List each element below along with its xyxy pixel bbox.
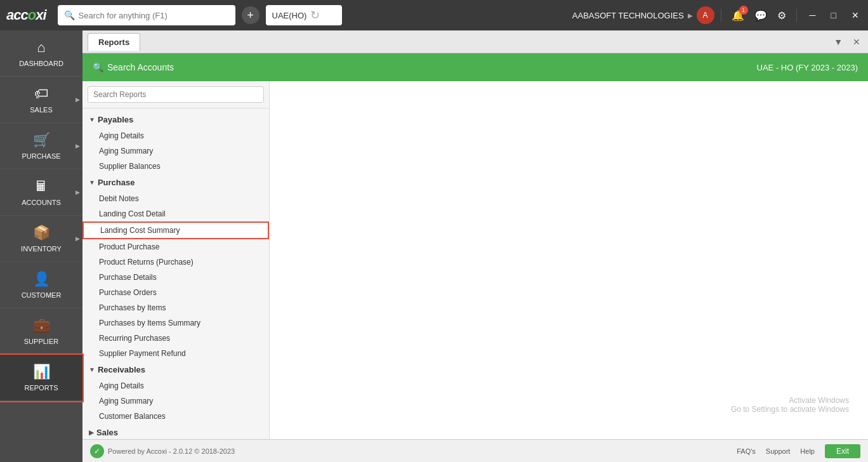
search-accounts-bar: 🔍 Search Accounts UAE - HO (FY 2023 - 20… xyxy=(82,53,868,81)
sidebar: ⌂ DASHBOARD 🏷 SALES ▶ 🛒 PURCHASE ▶ 🖩 ACC… xyxy=(0,30,82,462)
help-link[interactable]: Help xyxy=(800,447,815,455)
tree-item-customer-balances[interactable]: Customer Balances xyxy=(82,409,269,424)
notification-badge: 1 xyxy=(739,6,748,15)
maximize-button[interactable]: □ xyxy=(829,9,839,22)
report-tree-panel: ▼ PayablesAging DetailsAging SummarySupp… xyxy=(82,81,270,439)
divider xyxy=(721,9,721,22)
accounts-icon: 🖩 xyxy=(34,178,48,195)
minimize-button[interactable]: ─ xyxy=(807,9,819,22)
tab-dropdown-button[interactable]: ▼ xyxy=(831,36,845,48)
tree-category-sales[interactable]: ▶ Sales xyxy=(82,424,269,439)
sidebar-label-accounts: ACCOUNTS xyxy=(22,199,61,206)
footer-powered-by: Powered by Accoxi - 2.0.12 © 2018-2023 xyxy=(108,447,235,455)
tree-item-landing-cost-detail[interactable]: Landing Cost Detail xyxy=(82,206,269,221)
main-area: ⌂ DASHBOARD 🏷 SALES ▶ 🛒 PURCHASE ▶ 🖩 ACC… xyxy=(0,30,868,462)
tree-item-aging-details-rec[interactable]: Aging Details xyxy=(82,378,269,393)
supplier-icon: 💼 xyxy=(33,317,50,334)
tree-category-receivables[interactable]: ▼ Receivables xyxy=(82,361,269,378)
sidebar-label-purchase: PURCHASE xyxy=(22,152,60,160)
sidebar-item-supplier[interactable]: 💼 SUPPLIER xyxy=(0,308,82,355)
refresh-button[interactable]: ↻ xyxy=(310,8,320,22)
company-selector[interactable]: UAE(HO) ↻ xyxy=(266,5,342,25)
sidebar-item-customer[interactable]: 👤 CUSTOMER xyxy=(0,262,82,308)
sidebar-arrow-accounts-icon: ▶ xyxy=(76,189,80,195)
tab-reports[interactable]: Reports xyxy=(88,33,140,51)
company-arrow-icon: ▶ xyxy=(688,12,693,19)
tree-item-aging-summary-rec[interactable]: Aging Summary xyxy=(82,393,269,409)
search-accounts-icon: 🔍 xyxy=(93,62,103,72)
footer-right: FAQ's Support Help Exit xyxy=(737,444,860,458)
tree-category-purchase[interactable]: ▼ Purchase xyxy=(82,174,269,191)
sidebar-item-accounts[interactable]: 🖩 ACCOUNTS ▶ xyxy=(0,169,82,216)
tab-bar: Reports ▼ ✕ xyxy=(82,30,868,53)
tree-item-aging-summary-pay[interactable]: Aging Summary xyxy=(82,143,269,159)
inventory-icon: 📦 xyxy=(33,225,50,241)
sidebar-item-sales[interactable]: 🏷 SALES ▶ xyxy=(0,77,82,123)
dashboard-icon: ⌂ xyxy=(37,39,45,56)
sidebar-arrow-inventory-icon: ▶ xyxy=(76,235,80,242)
sidebar-label-supplier: SUPPLIER xyxy=(24,338,58,345)
sales-icon: 🏷 xyxy=(34,86,48,102)
sidebar-label-dashboard: DASHBOARD xyxy=(19,60,63,67)
report-search-input[interactable] xyxy=(88,86,264,103)
settings-icon[interactable]: ⚙ xyxy=(777,10,786,22)
tree-item-debit-notes[interactable]: Debit Notes xyxy=(82,191,269,206)
exit-button[interactable]: Exit xyxy=(825,444,860,458)
footer-logo: ✓ Powered by Accoxi - 2.0.12 © 2018-2023 xyxy=(90,444,235,458)
search-accounts-label[interactable]: 🔍 Search Accounts xyxy=(93,62,174,72)
app-logo: accoxi xyxy=(6,7,46,23)
sidebar-item-reports[interactable]: 📊 REPORTS xyxy=(0,355,82,401)
report-search-box[interactable] xyxy=(82,81,269,109)
faqs-link[interactable]: FAQ's xyxy=(737,447,756,455)
tree-item-aging-details-pay[interactable]: Aging Details xyxy=(82,128,269,143)
period-label: UAE - HO (FY 2023 - 2023) xyxy=(757,63,858,72)
divider2 xyxy=(796,9,797,22)
close-button[interactable]: ✕ xyxy=(849,9,862,22)
sidebar-item-dashboard[interactable]: ⌂ DASHBOARD xyxy=(0,30,82,77)
topbar-icons: 🔔 1 💬 ⚙ ─ □ ✕ xyxy=(721,9,862,22)
support-link[interactable]: Support xyxy=(766,447,791,455)
tree-item-product-returns-purchase[interactable]: Product Returns (Purchase) xyxy=(82,254,269,270)
tab-close-button[interactable]: ✕ xyxy=(850,36,863,48)
customer-icon: 👤 xyxy=(33,271,50,287)
add-button[interactable]: + xyxy=(242,6,260,24)
activate-windows: Activate Windows Go to Settings to activ… xyxy=(731,396,849,414)
chat-icon[interactable]: 💬 xyxy=(754,10,767,22)
toggle-receivables-icon: ▼ xyxy=(89,366,95,373)
sidebar-label-customer: CUSTOMER xyxy=(22,291,62,299)
company-name-display: AABASOFT TECHNOLOGIES ▶ A xyxy=(572,6,714,24)
tree-category-payables[interactable]: ▼ Payables xyxy=(82,111,269,128)
report-page: 🔍 Search Accounts UAE - HO (FY 2023 - 20… xyxy=(82,53,868,439)
tree-item-landing-cost-summary[interactable]: Landing Cost Summary xyxy=(82,221,269,239)
notifications-icon[interactable]: 🔔 1 xyxy=(732,10,744,22)
content-area: Reports ▼ ✕ 🔍 Search Accounts UAE - HO (… xyxy=(82,30,868,462)
report-content-panel: Activate Windows Go to Settings to activ… xyxy=(270,81,868,439)
tree-item-recurring-purchases[interactable]: Recurring Purchases xyxy=(82,331,269,346)
footer-logo-icon: ✓ xyxy=(90,444,104,458)
toggle-purchase-icon: ▼ xyxy=(89,179,95,186)
company-selector-value: UAE(HO) xyxy=(272,11,307,20)
tree-item-supplier-balances[interactable]: Supplier Balances xyxy=(82,159,269,174)
toggle-sales-icon: ▶ xyxy=(89,429,94,436)
sidebar-label-inventory: INVENTORY xyxy=(21,245,62,253)
tree-item-purchase-orders[interactable]: Purchase Orders xyxy=(82,285,269,300)
reports-icon: 📊 xyxy=(33,364,50,380)
reports-body: ▼ PayablesAging DetailsAging SummarySupp… xyxy=(82,81,868,439)
sidebar-arrow-sales-icon: ▶ xyxy=(76,96,80,103)
sidebar-item-purchase[interactable]: 🛒 PURCHASE ▶ xyxy=(0,123,82,169)
global-search-input[interactable] xyxy=(79,11,229,20)
search-icon: 🔍 xyxy=(64,10,75,20)
tree-item-purchases-by-items[interactable]: Purchases by Items xyxy=(82,300,269,315)
avatar: A xyxy=(697,6,714,24)
global-search-box[interactable]: 🔍 xyxy=(58,5,235,25)
tree-item-purchases-by-items-summary[interactable]: Purchases by Items Summary xyxy=(82,315,269,331)
toggle-payables-icon: ▼ xyxy=(89,116,95,123)
purchase-icon: 🛒 xyxy=(33,132,50,148)
sidebar-label-sales: SALES xyxy=(30,106,52,114)
tree-item-purchase-details[interactable]: Purchase Details xyxy=(82,270,269,285)
report-tree: ▼ PayablesAging DetailsAging SummarySupp… xyxy=(82,109,269,439)
footer: ✓ Powered by Accoxi - 2.0.12 © 2018-2023… xyxy=(82,439,868,462)
tree-item-product-purchase[interactable]: Product Purchase xyxy=(82,239,269,254)
tree-item-supplier-payment-refund[interactable]: Supplier Payment Refund xyxy=(82,346,269,361)
sidebar-item-inventory[interactable]: 📦 INVENTORY ▶ xyxy=(0,216,82,262)
